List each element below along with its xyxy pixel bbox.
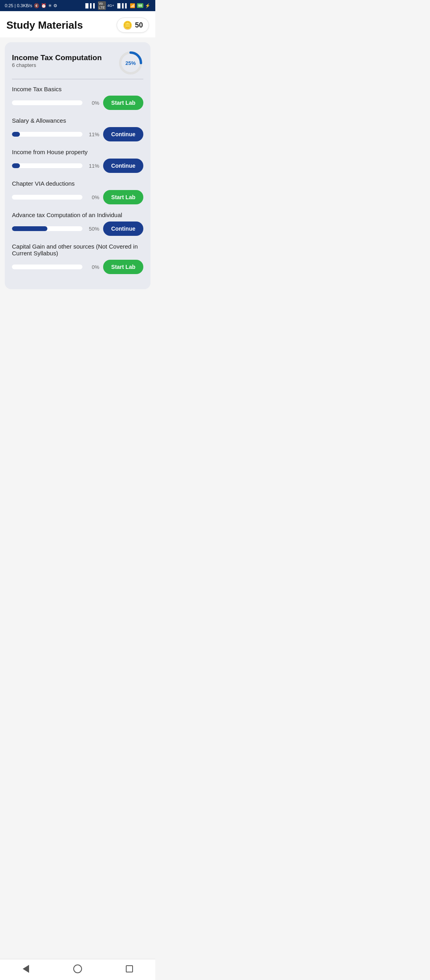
alarm-icon: ⏰ — [41, 3, 47, 8]
progress-row-3: 11% Continue — [12, 159, 143, 173]
battery-icon: 98 — [137, 3, 143, 8]
progress-pct-3: 11% — [86, 163, 99, 169]
coin-badge: 🪙 50 — [117, 18, 149, 33]
progress-row-1: 0% Start Lab — [12, 96, 143, 110]
card-header: Income Tax Computation 6 chapters 25% — [12, 50, 143, 76]
progress-bar-bg-4 — [12, 195, 82, 200]
progress-pct-6: 0% — [86, 264, 99, 270]
status-bar: 0:25 | 0.3KB/s 🔇 ⏰ ✳ ⚙ ▐▌▌▌ VoLTE 4G+ ▐▌… — [0, 0, 155, 11]
start-lab-button-6[interactable]: Start Lab — [103, 260, 143, 274]
course-title: Income Tax Computation — [12, 53, 102, 62]
progress-row-6: 0% Start Lab — [12, 260, 143, 274]
chapter-item-2: Salary & Allowances 11% Continue — [12, 117, 143, 141]
chapter-name-4: Chapter VIA deductions — [12, 180, 143, 187]
progress-bar-bg-5 — [12, 226, 82, 231]
chapter-name-6: Capital Gain and other sources (Not Cove… — [12, 243, 143, 257]
progress-pct-5: 50% — [86, 226, 99, 232]
page-title: Study Materials — [6, 19, 83, 31]
card-divider — [12, 79, 143, 79]
signal-icon: ▐▌▌▌ — [84, 3, 96, 8]
progress-pct-2: 11% — [86, 131, 99, 137]
chapter-item-6: Capital Gain and other sources (Not Cove… — [12, 243, 143, 274]
time-network: 0:25 | 0.3KB/s — [5, 3, 32, 8]
chapter-item-4: Chapter VIA deductions 0% Start Lab — [12, 180, 143, 204]
status-left: 0:25 | 0.3KB/s 🔇 ⏰ ✳ ⚙ — [5, 3, 57, 8]
app-header: Study Materials 🪙 50 — [0, 11, 155, 37]
main-content: Income Tax Computation 6 chapters 25% In… — [0, 37, 155, 300]
course-subtitle: 6 chapters — [12, 62, 102, 68]
network-speed-icon: 4G+ — [108, 4, 114, 8]
continue-button-2[interactable]: Continue — [103, 127, 143, 141]
progress-row-5: 50% Continue — [12, 221, 143, 236]
progress-bar-bg-3 — [12, 163, 82, 168]
progress-pct-1: 0% — [86, 100, 99, 106]
overall-progress-label: 25% — [125, 60, 136, 66]
status-right: ▐▌▌▌ VoLTE 4G+ ▐▌▌▌ 📶 98 ⚡ — [84, 1, 151, 10]
progress-row-4: 0% Start Lab — [12, 190, 143, 204]
progress-bar-bg-1 — [12, 100, 82, 105]
continue-button-3[interactable]: Continue — [103, 159, 143, 173]
chapter-name-5: Advance tax Computation of an Individual — [12, 212, 143, 218]
settings-icon: ⚙ — [53, 3, 57, 8]
progress-bar-fill-2 — [12, 132, 20, 137]
continue-button-5[interactable]: Continue — [103, 221, 143, 236]
progress-row-2: 11% Continue — [12, 127, 143, 141]
signal2-icon: ▐▌▌▌ — [116, 3, 128, 8]
progress-bar-bg-6 — [12, 265, 82, 269]
coin-count: 50 — [135, 21, 143, 29]
card-title-block: Income Tax Computation 6 chapters — [12, 53, 102, 73]
start-lab-button-4[interactable]: Start Lab — [103, 190, 143, 204]
mute-icon: 🔇 — [34, 3, 39, 8]
chapter-name-1: Income Tax Basics — [12, 86, 143, 92]
charging-icon: ⚡ — [145, 3, 150, 8]
chapter-item-5: Advance tax Computation of an Individual… — [12, 212, 143, 236]
progress-pct-4: 0% — [86, 194, 99, 200]
coin-icon: 🪙 — [123, 20, 133, 30]
overall-progress-circle: 25% — [118, 50, 143, 76]
chapter-name-3: Income from House property — [12, 149, 143, 155]
wifi-icon: 📶 — [130, 3, 135, 8]
start-lab-button-1[interactable]: Start Lab — [103, 96, 143, 110]
volte-icon: VoLTE — [98, 1, 106, 10]
chapter-name-2: Salary & Allowances — [12, 117, 143, 124]
progress-bar-fill-5 — [12, 226, 47, 231]
progress-bar-fill-3 — [12, 163, 20, 168]
course-card: Income Tax Computation 6 chapters 25% In… — [5, 42, 150, 289]
progress-bar-bg-2 — [12, 132, 82, 137]
chapter-item-3: Income from House property 11% Continue — [12, 149, 143, 173]
sync-icon: ✳ — [48, 3, 52, 8]
chapter-item-1: Income Tax Basics 0% Start Lab — [12, 86, 143, 110]
